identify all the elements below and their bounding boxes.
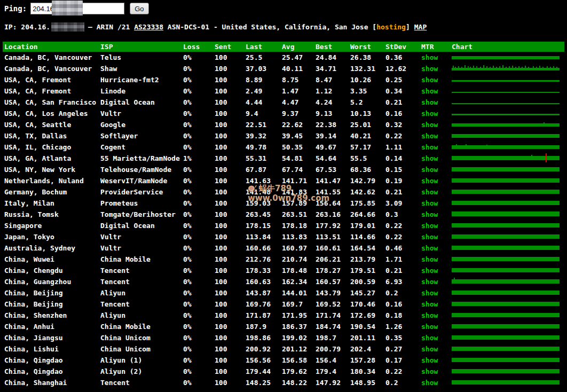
mtr-show-link[interactable]: show bbox=[421, 289, 438, 297]
mtr-show-link[interactable]: show bbox=[421, 379, 438, 387]
cell-isp: Tencent bbox=[100, 265, 183, 276]
cell-worst: 264.66 bbox=[350, 209, 385, 220]
cell-sent: 100 bbox=[215, 299, 246, 310]
latency-sparkline bbox=[452, 265, 564, 276]
cell-loss: 0% bbox=[183, 287, 215, 299]
cell-worst: 172.69 bbox=[350, 310, 385, 321]
cell-location: China, Shanghai bbox=[4, 377, 100, 388]
cell-last: 37.03 bbox=[246, 63, 282, 74]
cell-loss: 0% bbox=[183, 254, 215, 265]
latency-sparkline bbox=[452, 220, 564, 231]
mtr-show-link[interactable]: show bbox=[421, 210, 438, 218]
mtr-show-link[interactable]: show bbox=[421, 334, 438, 342]
cell-best: 184.74 bbox=[316, 321, 350, 332]
cell-isp: Hurricane-fmt2 bbox=[100, 74, 183, 85]
mtr-show-link[interactable]: show bbox=[421, 65, 438, 73]
mtr-show-link[interactable]: show bbox=[421, 188, 438, 196]
latency-spike bbox=[480, 67, 481, 68]
cell-worst: 55.5 bbox=[350, 153, 385, 164]
mtr-show-link[interactable]: show bbox=[421, 166, 438, 174]
latency-sparkline bbox=[452, 377, 564, 388]
latency-sparkline bbox=[452, 231, 564, 242]
mtr-show-link[interactable]: show bbox=[421, 278, 438, 286]
mtr-show-link[interactable]: show bbox=[421, 109, 438, 117]
mtr-show-link[interactable]: show bbox=[421, 311, 438, 319]
cell-worst: 170.46 bbox=[350, 299, 385, 310]
cell-stdev: 0.14 bbox=[385, 153, 421, 164]
cell-isp: Cogent bbox=[100, 142, 183, 153]
mtr-show-link[interactable]: show bbox=[421, 132, 438, 140]
map-link[interactable]: MAP bbox=[414, 22, 427, 32]
cell-mtr: show bbox=[421, 142, 452, 153]
cell-sent: 100 bbox=[215, 85, 246, 97]
mtr-show-link[interactable]: show bbox=[421, 300, 438, 308]
cell-worst: 179.01 bbox=[350, 220, 385, 231]
cell-avg: 263.51 bbox=[282, 209, 316, 220]
cell-isp: Tomgate/Berihoster bbox=[100, 209, 183, 220]
cell-worst: 164.54 bbox=[350, 242, 385, 254]
mtr-show-link[interactable]: show bbox=[421, 121, 438, 129]
mtr-show-link[interactable]: show bbox=[421, 244, 438, 252]
mtr-show-link[interactable]: show bbox=[421, 222, 438, 230]
mtr-show-link[interactable]: show bbox=[421, 177, 438, 185]
mtr-show-link[interactable]: show bbox=[421, 98, 438, 106]
header-best: Best bbox=[316, 42, 350, 52]
cell-last: 178.33 bbox=[246, 265, 282, 276]
table-row: Japan, TokyoVultr0%100113.84113.83113.51… bbox=[3, 231, 564, 242]
mtr-show-link[interactable]: show bbox=[421, 356, 438, 364]
cell-location: Russia, Tomsk bbox=[4, 209, 100, 220]
latency-sparkline bbox=[452, 63, 564, 74]
go-button[interactable]: Go bbox=[130, 3, 148, 14]
cell-mtr: show bbox=[421, 52, 452, 63]
cell-stdev: 0.22 bbox=[385, 130, 421, 142]
header-loss: Loss bbox=[183, 42, 215, 52]
cell-avg: 160.97 bbox=[282, 242, 316, 254]
mtr-show-link[interactable]: show bbox=[421, 53, 438, 61]
cell-worst: 175.85 bbox=[350, 198, 385, 209]
cell-last: 39.32 bbox=[246, 130, 282, 142]
mtr-show-link[interactable]: show bbox=[421, 255, 438, 263]
header-isp: ISP bbox=[100, 42, 183, 52]
watermark-text: 蜗牛789 bbox=[259, 184, 292, 193]
mtr-show-link[interactable]: show bbox=[421, 266, 438, 275]
cell-avg: 1.47 bbox=[282, 85, 316, 97]
latency-spike bbox=[468, 66, 469, 68]
cell-best: 9.13 bbox=[316, 108, 350, 119]
cell-avg: 113.83 bbox=[282, 231, 316, 242]
cell-stdev: 1.11 bbox=[385, 142, 421, 153]
cell-worst: 3.35 bbox=[350, 85, 385, 97]
latency-sparkline bbox=[452, 153, 564, 164]
asn-link[interactable]: AS23338 bbox=[134, 22, 163, 32]
cell-location: Singapore bbox=[4, 220, 100, 231]
mtr-show-link[interactable]: show bbox=[421, 154, 438, 162]
mtr-show-link[interactable]: show bbox=[421, 199, 438, 207]
mtr-show-link[interactable]: show bbox=[421, 87, 438, 95]
latency-sparkline bbox=[452, 343, 564, 355]
latency-spike bbox=[539, 66, 540, 68]
mtr-show-link[interactable]: show bbox=[421, 345, 438, 353]
cell-location: China, Qingdao bbox=[4, 355, 100, 366]
cell-sent: 100 bbox=[215, 74, 246, 85]
cell-mtr: show bbox=[421, 130, 452, 142]
cell-location: China, Beijing bbox=[4, 287, 100, 299]
mtr-show-link[interactable]: show bbox=[421, 143, 438, 151]
mtr-show-link[interactable]: show bbox=[421, 76, 438, 84]
mtr-show-link[interactable]: show bbox=[421, 323, 438, 331]
mtr-show-link[interactable]: show bbox=[421, 367, 438, 375]
cell-stdev: 1.26 bbox=[385, 321, 421, 332]
cell-location: Netherlands, Nuland bbox=[4, 175, 100, 186]
cell-stdev: 0.3 bbox=[385, 209, 421, 220]
sparkline-bar bbox=[452, 257, 560, 261]
mtr-show-link[interactable]: show bbox=[421, 233, 438, 241]
cell-worst: 10.13 bbox=[350, 108, 385, 119]
cell-last: 179.44 bbox=[246, 366, 282, 377]
sparkline-bar bbox=[452, 347, 560, 351]
cell-avg: 199.02 bbox=[282, 332, 316, 343]
ip-info-line: IP: 204.16. – ARIN /21 AS23338 ASN-DCS-0… bbox=[4, 22, 427, 32]
cell-mtr: show bbox=[421, 220, 452, 231]
cell-avg: 22.62 bbox=[282, 119, 316, 130]
cell-loss: 1% bbox=[183, 153, 215, 164]
cell-stdev: 6.93 bbox=[385, 276, 421, 287]
cell-avg: 67.74 bbox=[282, 164, 316, 175]
sparkline-bar bbox=[452, 234, 560, 239]
